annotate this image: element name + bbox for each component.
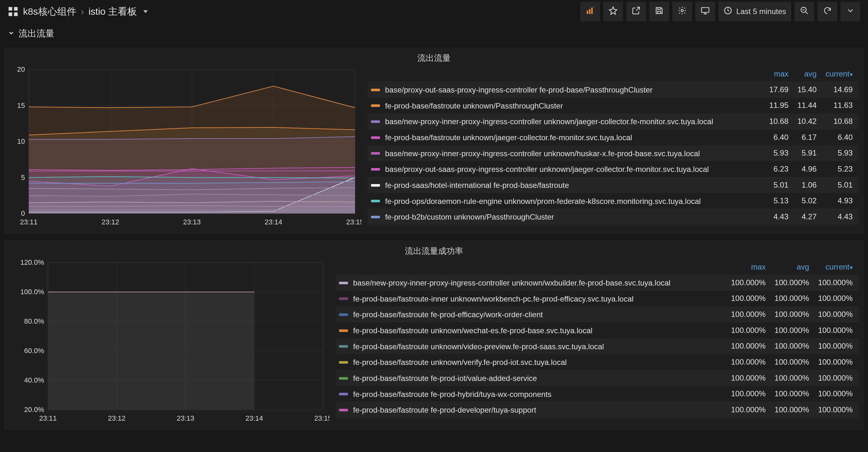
refresh-dropdown-button[interactable] bbox=[840, 2, 860, 22]
legend-label: fe-prod-base/fastroute fe-prod-efficacy/… bbox=[353, 310, 543, 319]
dashboard-grid-icon[interactable] bbox=[8, 6, 19, 17]
legend-value-current: 10.68 bbox=[822, 113, 859, 129]
legend-row[interactable]: fe-prod-base/fastroute unknown/jaeger-co… bbox=[368, 129, 859, 145]
settings-button[interactable] bbox=[672, 2, 692, 22]
svg-text:10: 10 bbox=[17, 137, 25, 145]
breadcrumb: k8s核心组件 › istio 主看板 bbox=[23, 5, 148, 18]
legend-value-current: 100.000% bbox=[815, 338, 859, 355]
panel-title[interactable]: 流出流量 bbox=[4, 51, 864, 66]
legend-value-current: 6.40 bbox=[822, 129, 859, 145]
legend-swatch bbox=[339, 313, 348, 316]
legend-label: fe-prod-base/fastroute unknown/video-pre… bbox=[353, 342, 604, 350]
svg-text:23:13: 23:13 bbox=[183, 218, 200, 226]
legend-swatch bbox=[339, 361, 348, 364]
legend-value-current: 100.000% bbox=[815, 354, 859, 370]
legend-swatch bbox=[339, 298, 348, 300]
legend-label: base/new-proxy-inner-proxy-ingress-contr… bbox=[385, 149, 700, 158]
legend-value-avg: 4.96 bbox=[794, 161, 822, 177]
star-icon bbox=[609, 6, 618, 17]
panel-title[interactable]: 流出流量成功率 bbox=[4, 244, 864, 259]
legend-value-avg: 100.000% bbox=[771, 306, 815, 322]
legend-swatch bbox=[371, 168, 380, 171]
legend-value-avg: 5.02 bbox=[794, 193, 822, 209]
legend-row[interactable]: fe-prod-base/fastroute fe-prod-developer… bbox=[336, 402, 859, 418]
legend-label: fe-prod-base/fastroute unknown/Passthrou… bbox=[385, 101, 563, 110]
breadcrumb-parent[interactable]: k8s核心组件 bbox=[23, 5, 76, 18]
legend-label: fe-prod-base/fastroute fe-prod-hybrid/tu… bbox=[353, 390, 551, 398]
legend-header-avg[interactable]: avg bbox=[771, 259, 815, 275]
legend-value-current: 5.01 bbox=[822, 177, 859, 193]
legend-value-max: 6.40 bbox=[766, 129, 794, 145]
legend-swatch bbox=[371, 104, 380, 107]
panels-container: 流出流量 0510152023:1123:1223:1323:1423:15 m… bbox=[0, 47, 868, 430]
legend-header-avg[interactable]: avg bbox=[794, 66, 822, 82]
svg-rect-6 bbox=[591, 8, 593, 14]
svg-text:23:13: 23:13 bbox=[177, 414, 194, 422]
legend-row[interactable]: fe-prod-base/fastroute unknown/wechat-es… bbox=[336, 322, 859, 338]
legend-value-avg: 100.000% bbox=[771, 370, 815, 386]
legend-row[interactable]: base/new-proxy-inner-proxy-ingress-contr… bbox=[336, 275, 859, 291]
star-button[interactable] bbox=[603, 2, 623, 22]
legend-swatch bbox=[371, 200, 380, 202]
legend-value-avg: 100.000% bbox=[771, 386, 815, 402]
legend-row[interactable]: fe-prod-base/fastroute-inner unknown/wor… bbox=[336, 291, 859, 307]
legend-row[interactable]: base/proxy-out-saas-proxy-ingress-contro… bbox=[368, 161, 859, 177]
add-panel-button[interactable] bbox=[580, 2, 600, 22]
legend-value-max: 5.01 bbox=[766, 177, 794, 193]
legend-row[interactable]: base/proxy-out-saas-proxy-ingress-contro… bbox=[368, 82, 859, 97]
legend-row[interactable]: fe-prod-b2b/custom unknown/PassthroughCl… bbox=[368, 209, 859, 225]
legend-row[interactable]: fe-prod-base/fastroute unknown/verify.fe… bbox=[336, 354, 859, 370]
legend-row[interactable]: fe-prod-base/fastroute unknown/Passthrou… bbox=[368, 97, 859, 114]
breadcrumb-current[interactable]: istio 主看板 bbox=[89, 5, 137, 18]
header-bar: k8s核心组件 › istio 主看板 bbox=[0, 0, 868, 23]
row-header[interactable]: 流出流量 bbox=[0, 23, 868, 47]
legend-header-max[interactable]: max bbox=[766, 66, 794, 82]
legend-row[interactable]: fe-prod-saas/hotel-international fe-prod… bbox=[368, 177, 859, 193]
refresh-button[interactable] bbox=[817, 2, 837, 22]
legend-row[interactable]: fe-prod-base/fastroute unknown/video-pre… bbox=[336, 338, 859, 355]
legend-header-max[interactable]: max bbox=[728, 259, 771, 275]
svg-text:23:15: 23:15 bbox=[346, 218, 362, 226]
legend-row[interactable]: fe-prod-base/fastroute fe-prod-efficacy/… bbox=[336, 306, 859, 322]
legend-value-current: 100.000% bbox=[815, 322, 859, 338]
zoom-out-button[interactable] bbox=[795, 2, 814, 22]
legend-label: base/proxy-out-saas-proxy-ingress-contro… bbox=[385, 85, 652, 94]
legend-swatch bbox=[371, 120, 380, 123]
legend-label: fe-prod-b2b/custom unknown/PassthroughCl… bbox=[385, 213, 554, 221]
save-button[interactable] bbox=[649, 2, 669, 22]
svg-text:40.0%: 40.0% bbox=[24, 376, 44, 384]
time-range-button[interactable]: Last 5 minutes bbox=[718, 2, 791, 22]
share-button[interactable] bbox=[626, 2, 646, 22]
svg-text:23:15: 23:15 bbox=[314, 414, 330, 422]
legend-row[interactable]: fe-prod-ops/doraemon-rule-engine unknown… bbox=[368, 193, 859, 209]
legend-value-current: 5.23 bbox=[822, 161, 859, 177]
legend-row[interactable]: fe-prod-base/fastroute fe-prod-iot/value… bbox=[336, 370, 859, 386]
legend-value-avg: 4.27 bbox=[794, 209, 822, 225]
legend-value-avg: 100.000% bbox=[771, 402, 815, 418]
chart-svg-2: 20.0%40.0%60.0%80.0%100.0%120.0%23:1123:… bbox=[9, 259, 330, 426]
legend-row[interactable]: base/new-proxy-inner-proxy-ingress-contr… bbox=[368, 145, 859, 161]
legend-value-current: 4.93 bbox=[822, 193, 859, 209]
legend-value-max: 5.93 bbox=[766, 145, 794, 161]
legend-label: fe-prod-base/fastroute unknown/jaeger-co… bbox=[385, 133, 632, 142]
breadcrumb-separator-icon: › bbox=[81, 6, 84, 17]
legend-value-current: 4.43 bbox=[822, 209, 859, 225]
bar-chart-plus-icon bbox=[586, 6, 594, 17]
legend-label: base/new-proxy-inner-proxy-ingress-contr… bbox=[385, 117, 713, 126]
legend-header-current[interactable]: current▾ bbox=[815, 259, 859, 275]
chevron-down-icon[interactable] bbox=[143, 10, 148, 13]
legend-value-max: 17.69 bbox=[766, 82, 794, 97]
legend-value-max: 100.000% bbox=[728, 322, 771, 338]
legend-header-current[interactable]: current▾ bbox=[822, 66, 859, 82]
svg-text:23:11: 23:11 bbox=[20, 218, 37, 226]
svg-rect-1 bbox=[14, 7, 18, 10]
tv-mode-button[interactable] bbox=[695, 2, 715, 22]
chart-1[interactable]: 0510152023:1123:1223:1323:1423:15 bbox=[9, 66, 362, 229]
legend-row[interactable]: base/new-proxy-inner-proxy-ingress-contr… bbox=[368, 113, 859, 129]
svg-text:23:12: 23:12 bbox=[101, 218, 119, 226]
chart-2[interactable]: 20.0%40.0%60.0%80.0%100.0%120.0%23:1123:… bbox=[9, 259, 330, 426]
legend-value-avg: 6.17 bbox=[794, 129, 822, 145]
legend-table-1: max avg current▾ base/proxy-out-saas-pro… bbox=[368, 66, 859, 225]
legend-row[interactable]: fe-prod-base/fastroute fe-prod-hybrid/tu… bbox=[336, 386, 859, 402]
legend-value-current: 100.000% bbox=[815, 402, 859, 418]
